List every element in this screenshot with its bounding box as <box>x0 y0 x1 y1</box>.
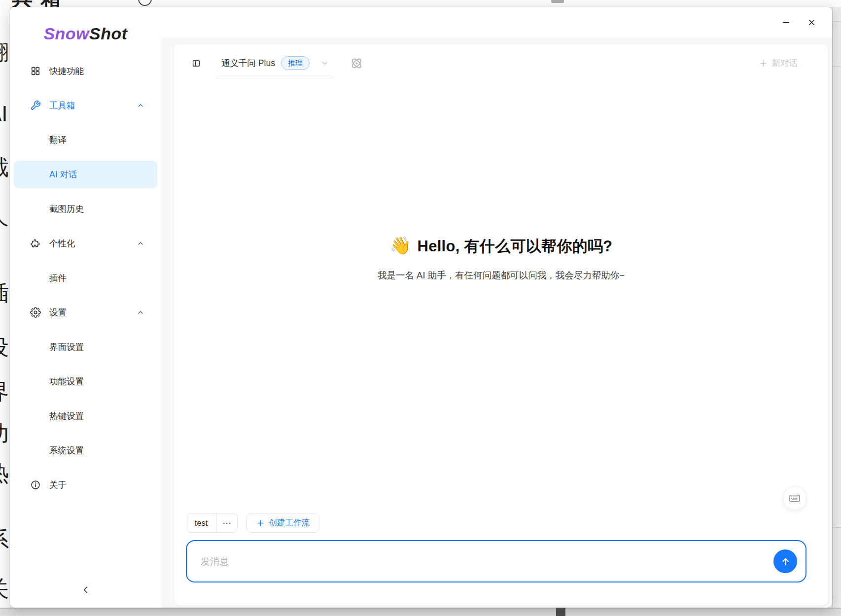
background-window-left-strip: 翻AI截个插设界功热系关 <box>0 7 10 608</box>
message-input[interactable] <box>200 541 635 582</box>
model-provider-button[interactable] <box>346 55 367 71</box>
chevron-left-icon <box>81 585 91 595</box>
composer-chip-row: test ⋯ 创建工作流 <box>186 513 806 533</box>
background-fragment-char: 翻 <box>0 37 9 67</box>
chevron-up-icon <box>137 240 144 247</box>
model-reasoning-badge: 推理 <box>281 56 310 70</box>
gear-icon <box>30 307 41 318</box>
background-fragment-char: 设 <box>0 333 9 362</box>
background-fragment-char: 截 <box>0 153 9 182</box>
model-selector[interactable]: 通义千问 Plus 推理 <box>215 48 334 78</box>
new-chat-label: 新对话 <box>772 57 798 69</box>
sidebar-menu: 快捷功能 工具箱 翻译 AI 对话 截图历史 个性化 插件 设置 界面设置 功能… <box>10 57 161 506</box>
keyboard-icon <box>788 492 801 505</box>
sidebar-toggle-button[interactable] <box>189 56 204 70</box>
minimize-button[interactable] <box>777 13 795 31</box>
tag-more-button[interactable]: ⋯ <box>216 513 237 532</box>
background-resize-handle-top <box>551 0 564 3</box>
greeting-title: 👋Hello, 有什么可以帮你的吗? <box>174 236 828 257</box>
background-fragment-char: 界 <box>0 377 9 407</box>
panel-toggle-icon <box>192 57 201 70</box>
sidebar-item[interactable]: 关于 <box>14 471 157 499</box>
wave-emoji: 👋 <box>389 236 411 255</box>
background-resize-handle-bottom <box>556 608 565 616</box>
sidebar-item[interactable]: 设置 <box>14 299 157 326</box>
chat-panel: 通义千问 Plus 推理 新对话 <box>174 44 828 605</box>
snowshot-window: SnowShot 快捷功能 工具箱 翻译 AI 对话 截图历史 个性化 插件 设… <box>10 7 832 608</box>
appstore-icon <box>30 65 41 77</box>
plus-icon <box>256 519 265 527</box>
screen: 具箱 翻AI截个插设界功热系关 SnowShot 快捷功能 工具箱 翻译 AI … <box>0 0 841 616</box>
new-chat-button[interactable]: 新对话 <box>756 57 801 69</box>
sidebar-item[interactable]: 快捷功能 <box>14 57 157 85</box>
app-logo: SnowShot <box>10 23 161 44</box>
background-fragment-char: AI <box>0 102 8 126</box>
minimize-icon <box>781 18 791 27</box>
sidebar-item[interactable]: AI 对话 <box>14 161 157 188</box>
greeting-subtitle: 我是一名 AI 助手，有任何问题都可以问我，我会尽力帮助你~ <box>174 269 828 281</box>
logo-text-snow: Snow <box>43 24 89 43</box>
background-fragment-circle-icon <box>138 0 152 6</box>
tag-label[interactable]: test <box>186 513 216 532</box>
message-input-container <box>186 540 806 582</box>
sidebar-item[interactable]: 系统设置 <box>14 437 157 464</box>
greeting-block: 👋Hello, 有什么可以帮你的吗? 我是一名 AI 助手，有任何问题都可以问我… <box>174 236 828 281</box>
close-button[interactable] <box>803 13 820 31</box>
model-name: 通义千问 Plus <box>221 57 275 69</box>
background-fragment-char: 热 <box>0 459 9 488</box>
sidebar-item[interactable]: 翻译 <box>14 126 157 154</box>
sidebar: SnowShot 快捷功能 工具箱 翻译 AI 对话 截图历史 个性化 插件 设… <box>10 7 161 608</box>
chevron-up-icon <box>137 102 144 109</box>
background-fragment-char: 系 <box>0 525 9 554</box>
keyboard-shortcut-button[interactable] <box>783 486 806 510</box>
plus-icon <box>759 59 768 68</box>
content-area: 通义千问 Plus 推理 新对话 <box>161 37 832 608</box>
sidebar-item[interactable]: 个性化 <box>14 230 157 257</box>
puzzle-icon <box>30 238 41 249</box>
sidebar-item[interactable]: 截图历史 <box>14 195 157 223</box>
sidebar-collapse-button[interactable] <box>75 580 97 600</box>
sidebar-item[interactable]: 插件 <box>14 264 157 292</box>
background-fragment-text: 具箱 <box>12 0 69 7</box>
background-fragment-char: 个 <box>0 212 9 241</box>
chevron-up-icon <box>137 308 144 316</box>
background-fragment-char: 功 <box>0 419 9 448</box>
background-fragment-char: 插 <box>0 279 9 308</box>
create-workflow-label: 创建工作流 <box>269 517 310 528</box>
atom-icon <box>349 56 364 71</box>
selected-tag-chip[interactable]: test ⋯ <box>186 513 238 533</box>
close-icon <box>807 18 816 27</box>
sidebar-item[interactable]: 工具箱 <box>14 92 157 119</box>
composer: test ⋯ 创建工作流 <box>186 513 806 582</box>
tool-icon <box>30 100 41 111</box>
background-window-bottom-strip <box>0 608 841 616</box>
send-button[interactable] <box>773 549 797 573</box>
sidebar-item[interactable]: 界面设置 <box>14 333 157 361</box>
chat-toolbar: 通义千问 Plus 推理 新对话 <box>174 44 828 82</box>
background-window-top-strip: 具箱 <box>0 0 841 7</box>
logo-text-shot: Shot <box>89 24 128 43</box>
chevron-down-icon <box>320 59 329 68</box>
main-area: 通义千问 Plus 推理 新对话 <box>161 7 832 608</box>
arrow-up-icon <box>780 556 791 567</box>
sidebar-item[interactable]: 功能设置 <box>14 368 157 395</box>
info-icon <box>30 479 41 491</box>
create-workflow-button[interactable]: 创建工作流 <box>246 513 320 533</box>
background-fragment-char: 关 <box>0 575 9 604</box>
background-window-right-strip <box>832 7 841 608</box>
sidebar-item[interactable]: 热键设置 <box>14 402 157 430</box>
window-titlebar <box>161 7 832 37</box>
